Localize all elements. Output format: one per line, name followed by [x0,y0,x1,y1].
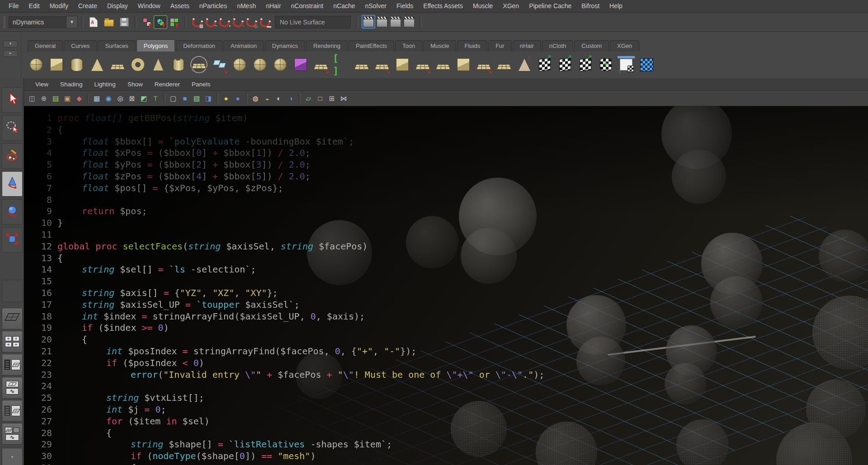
isolate-select-icon[interactable]: ▧ [191,93,202,104]
panel-menu-renderer[interactable]: Renderer [149,78,186,90]
select-hierarchy-button[interactable] [140,15,154,29]
menu-xgen[interactable]: XGen [498,0,524,12]
shelf-item-boolean-union[interactable] [394,56,411,73]
plugin-shapes-icon[interactable]: ▱ [303,93,314,104]
shelf-item-combine[interactable] [292,56,309,73]
default-light-icon[interactable]: ● [221,93,231,104]
menu-muscle[interactable]: Muscle [468,0,498,12]
shelf-item-bevel[interactable] [455,56,472,73]
shelf-item-paint-3d-texture[interactable] [638,56,655,73]
snap-to-grid-button[interactable]: ▦ [190,15,203,29]
shadows-icon[interactable]: ▢ [168,93,179,104]
contrast-icon[interactable]: ◐ [274,93,284,104]
menu-nhair[interactable]: nHair [261,0,286,12]
menu-edit[interactable]: Edit [24,0,45,12]
textured-icon[interactable]: ◩ [138,93,149,104]
menu-effects-assets[interactable]: Effects Assets [418,0,468,12]
xray-icon[interactable]: ◨ [203,93,214,104]
shelf-tab-surfaces[interactable]: Surfaces [98,40,135,52]
snap-to-view-plane-button[interactable]: ◇ [244,15,258,29]
menu-nconstraint[interactable]: nConstraint [286,0,329,12]
panel-menu-show[interactable]: Show [122,78,149,90]
textured-view-icon[interactable]: ■ [179,93,190,104]
last-tool-slot[interactable] [2,280,23,302]
shelf-tab-deformation[interactable]: Deformation [176,40,222,52]
menu-assets[interactable]: Assets [165,0,194,12]
paint-select-tool-button[interactable] [2,143,23,169]
move-tool-button[interactable] [2,171,23,197]
layout-single-perspective-button[interactable]: ⌁ [2,308,23,329]
shelf-item-smooth[interactable] [434,56,452,73]
menu-set-dropdown[interactable]: nDynamics ▼ [9,16,78,28]
shelf-item-uv-editor[interactable]: ↑ [618,56,635,73]
chevron-down-icon[interactable]: ▼ [66,16,78,28]
shelf-tab-fur[interactable]: Fur [488,40,512,52]
open-scene-button[interactable] [102,15,116,29]
shelf-item-poly-platonic[interactable] [190,56,208,73]
select-camera-icon[interactable]: ◫ [27,93,38,104]
shelf-item-poly-cone[interactable] [89,56,106,73]
menu-display[interactable]: Display [102,0,133,12]
camera-attributes-icon[interactable]: ⊕ [38,93,49,104]
cube-pair-icon[interactable]: ⊞ [326,93,337,104]
shelf-tab-curves[interactable]: Curves [64,40,97,52]
shelf-tab-xgen[interactable]: XGen [610,40,639,52]
shelf-tab-menu-button[interactable]: ▾ [3,41,18,47]
menu-ncache[interactable]: nCache [328,0,360,12]
lamp-icon[interactable]: ◍ [250,93,261,104]
snap-to-projected-center-button[interactable]: ◦ [231,15,244,29]
share-view-icon[interactable]: ⋈ [338,93,349,104]
perspective-viewport[interactable]: 1proc float[] getBBPos(string $item) 2{ … [24,106,868,465]
menu-bifrost[interactable]: Bifrost [576,0,604,12]
menu-window[interactable]: Window [133,0,165,12]
shelf-tab-polygons[interactable]: Polygons [137,39,175,52]
make-live-button[interactable]: ▬ [258,15,271,29]
shelf-item-append-to-poly[interactable]: [ ] [333,56,350,73]
dome-light-icon[interactable]: ◒ [262,93,273,104]
shelf-item-multi-cut[interactable] [495,56,513,73]
layout-four-view-button[interactable]: ++++ [2,331,23,352]
shelf-item-sculpt-sphere[interactable] [272,56,289,73]
layout-hypershade-persp-button[interactable] [2,400,23,422]
scene-cube-icon[interactable]: □ [315,93,326,104]
shelf-collapse-button[interactable]: ▸ [3,50,18,57]
layout-persp-curve-button[interactable]: ∿ [2,423,23,445]
shelf-item-reduce[interactable]: ↘ [475,56,492,73]
wireframe-icon[interactable]: ▦ [91,93,102,104]
menu-nmesh[interactable]: nMesh [232,0,261,12]
new-scene-button[interactable]: A [87,15,100,29]
menu-fields[interactable]: Fields [392,0,418,12]
shelf-item-interactive-creation[interactable]: ↘ [211,56,228,73]
render-settings-button[interactable] [402,15,416,28]
shelf-item-poly-sphere[interactable] [28,56,45,73]
layout-outliner-persp-button[interactable] [2,354,23,376]
exposure-icon[interactable]: ◑ [285,93,296,104]
ambient-light-icon[interactable]: ● [232,93,243,104]
shelf-tab-dynamics[interactable]: Dynamics [265,40,305,52]
live-surface-field[interactable]: No Live Surface [275,16,351,28]
shelf-tab-nhair[interactable]: nHair [513,40,541,52]
use-all-lights-icon[interactable]: T [150,93,161,104]
shelf-tab-general[interactable]: General [28,40,63,52]
menu-modify[interactable]: Modify [45,0,73,12]
flat-shade-icon[interactable]: ◎ [115,93,126,104]
shelf-tab-ncloth[interactable]: nCloth [542,40,574,52]
scale-tool-button[interactable] [2,227,23,253]
shelf-item-sculpt-lift[interactable]: ↑ [516,56,533,73]
layout-more-button[interactable]: ▾ [2,448,23,465]
menu-pipeline-cache[interactable]: Pipeline Cache [524,0,576,12]
panel-menu-view[interactable]: View [29,78,54,90]
shelf-tab-painteffects[interactable]: PaintEffects [349,40,394,52]
save-scene-button[interactable] [118,15,131,29]
shelf-tab-animation[interactable]: Animation [223,40,264,52]
open-render-view-button[interactable] [362,15,375,28]
shelf-item-poly-soccer-ball[interactable] [251,56,269,73]
shelf-item-poly-pyramid[interactable] [150,56,167,73]
select-object-button[interactable] [154,15,167,29]
shelf-item-bridge[interactable]: ↘ [373,56,391,73]
select-tool-button[interactable] [2,87,23,113]
drag-handle[interactable] [3,16,5,28]
shelf-item-uv-automatic-mapping[interactable]: T [597,56,614,73]
snap-to-point-button[interactable]: • [217,15,231,29]
menu-create[interactable]: Create [73,0,102,12]
